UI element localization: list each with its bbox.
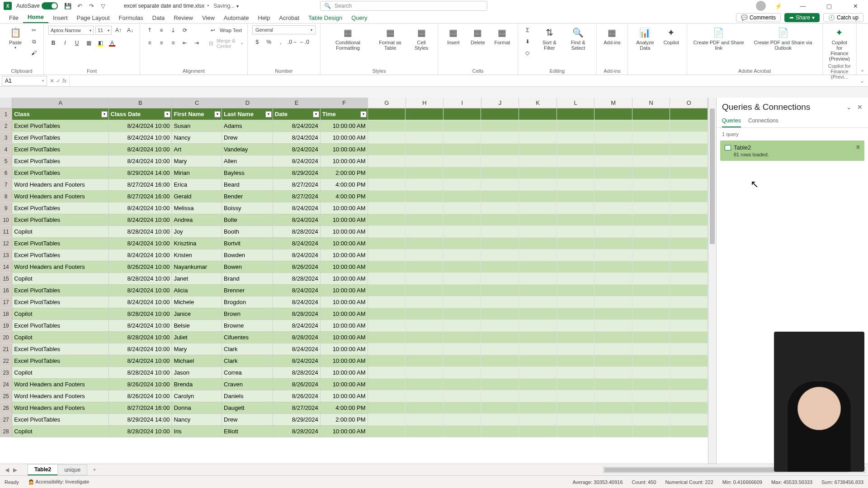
empty-cell[interactable]	[368, 261, 406, 273]
empty-cell[interactable]	[481, 191, 519, 202]
cell[interactable]: 8/24/2024	[273, 132, 321, 144]
empty-cell[interactable]	[406, 120, 443, 132]
empty-cell[interactable]	[406, 179, 443, 191]
row-number[interactable]: 13	[0, 249, 12, 261]
empty-cell[interactable]	[632, 343, 670, 355]
cell[interactable]: Brown	[222, 308, 273, 320]
table-header-cell[interactable]: Class▾	[12, 108, 108, 120]
tab-connections[interactable]: Connections	[748, 115, 778, 127]
cell[interactable]: 8/24/2024	[273, 249, 321, 261]
column-header[interactable]: L	[557, 98, 595, 108]
row-number[interactable]: 8	[0, 191, 12, 202]
pane-options-icon[interactable]: ⌄	[846, 103, 852, 111]
align-center-icon[interactable]: ≡	[156, 38, 166, 48]
row-number[interactable]: 18	[0, 308, 12, 320]
empty-cell[interactable]	[632, 191, 670, 202]
empty-cell[interactable]	[406, 155, 443, 167]
empty-cell[interactable]	[632, 296, 670, 308]
cell[interactable]: Excel PivotTables	[12, 238, 108, 249]
empty-cell[interactable]	[368, 191, 406, 202]
empty-cell[interactable]	[632, 249, 670, 261]
empty-cell[interactable]	[594, 273, 632, 285]
tab-query[interactable]: Query	[347, 13, 372, 23]
cell[interactable]: 2:00:00 PM	[321, 414, 368, 426]
empty-cell[interactable]	[594, 202, 632, 214]
row-number[interactable]: 24	[0, 379, 12, 390]
empty-cell[interactable]	[594, 308, 632, 320]
cell[interactable]: Nancy	[172, 132, 222, 144]
cell[interactable]: Carolyn	[172, 390, 222, 402]
cell[interactable]: Copilot	[12, 332, 108, 343]
empty-cell[interactable]	[519, 132, 557, 144]
cell[interactable]: Art	[172, 144, 222, 155]
empty-cell[interactable]	[519, 261, 557, 273]
decrease-font-icon[interactable]: A↓	[125, 25, 135, 35]
cell[interactable]: 10:00:00 AM	[321, 249, 368, 261]
align-top-icon[interactable]: ⤒	[145, 25, 155, 35]
empty-cell[interactable]	[443, 214, 481, 226]
empty-cell[interactable]	[594, 191, 632, 202]
empty-cell[interactable]	[368, 343, 406, 355]
cell[interactable]: 10:00:00 AM	[321, 390, 368, 402]
filter-icon[interactable]: ▽	[99, 1, 108, 10]
tab-acrobat[interactable]: Acrobat	[274, 13, 304, 23]
row-number[interactable]: 25	[0, 390, 12, 402]
empty-cell[interactable]	[670, 332, 708, 343]
row-number[interactable]: 16	[0, 285, 12, 296]
empty-cell[interactable]	[368, 379, 406, 390]
empty-cell[interactable]	[368, 402, 406, 414]
empty-cell[interactable]	[519, 191, 557, 202]
cell[interactable]: 8/24/2024	[273, 343, 321, 355]
empty-cell[interactable]	[481, 108, 519, 120]
cell[interactable]: 8/26/2024 10:00	[109, 390, 172, 402]
row-number[interactable]: 14	[0, 261, 12, 273]
enter-formula-icon[interactable]: ✓	[56, 78, 61, 84]
row-number[interactable]: 4	[0, 144, 12, 155]
cell[interactable]: 8/24/2024 10:00	[109, 155, 172, 167]
row-number[interactable]: 21	[0, 343, 12, 355]
cell[interactable]: Excel PivotTables	[12, 155, 108, 167]
cell[interactable]: Michele	[172, 296, 222, 308]
cell[interactable]: 4:00:00 PM	[321, 191, 368, 202]
empty-cell[interactable]	[594, 226, 632, 238]
empty-cell[interactable]	[594, 261, 632, 273]
empty-cell[interactable]	[557, 202, 595, 214]
row-number[interactable]: 9	[0, 202, 12, 214]
cell[interactable]: Excel PivotTables	[12, 320, 108, 332]
cell[interactable]: 10:00:00 AM	[321, 144, 368, 155]
cell[interactable]: 10:00:00 AM	[321, 296, 368, 308]
empty-cell[interactable]	[443, 144, 481, 155]
empty-cell[interactable]	[519, 332, 557, 343]
cell[interactable]: 10:00:00 AM	[321, 308, 368, 320]
cell[interactable]: Belsie	[172, 320, 222, 332]
empty-cell[interactable]	[406, 238, 443, 249]
empty-cell[interactable]	[519, 426, 557, 437]
cell[interactable]: 4:00:00 PM	[321, 179, 368, 191]
empty-cell[interactable]	[670, 214, 708, 226]
catch-up-button[interactable]: 🕘Catch up	[823, 13, 863, 22]
cell[interactable]: 8/29/2024	[273, 167, 321, 179]
empty-cell[interactable]	[406, 426, 443, 437]
copilot-button[interactable]: ✦Copilot	[660, 25, 682, 46]
empty-cell[interactable]	[632, 379, 670, 390]
cell[interactable]: Excel PivotTables	[12, 355, 108, 367]
empty-cell[interactable]	[594, 238, 632, 249]
cell[interactable]: 8/28/2024	[273, 332, 321, 343]
table-header-cell[interactable]: Last Name▾	[222, 108, 273, 120]
empty-cell[interactable]	[670, 120, 708, 132]
empty-cell[interactable]	[443, 120, 481, 132]
save-icon[interactable]: 💾	[63, 1, 72, 10]
empty-cell[interactable]	[368, 238, 406, 249]
empty-cell[interactable]	[406, 343, 443, 355]
empty-cell[interactable]	[557, 343, 595, 355]
tab-table-design[interactable]: Table Design	[304, 13, 347, 23]
cell[interactable]: 8/26/2024 10:00	[109, 261, 172, 273]
empty-cell[interactable]	[632, 367, 670, 379]
empty-cell[interactable]	[594, 214, 632, 226]
cell[interactable]: Clark	[222, 343, 273, 355]
cell[interactable]: 10:00:00 AM	[321, 261, 368, 273]
filter-dropdown-icon[interactable]: ▾	[101, 111, 108, 117]
column-header[interactable]: N	[632, 98, 670, 108]
empty-cell[interactable]	[481, 379, 519, 390]
increase-font-icon[interactable]: A↑	[113, 25, 123, 35]
